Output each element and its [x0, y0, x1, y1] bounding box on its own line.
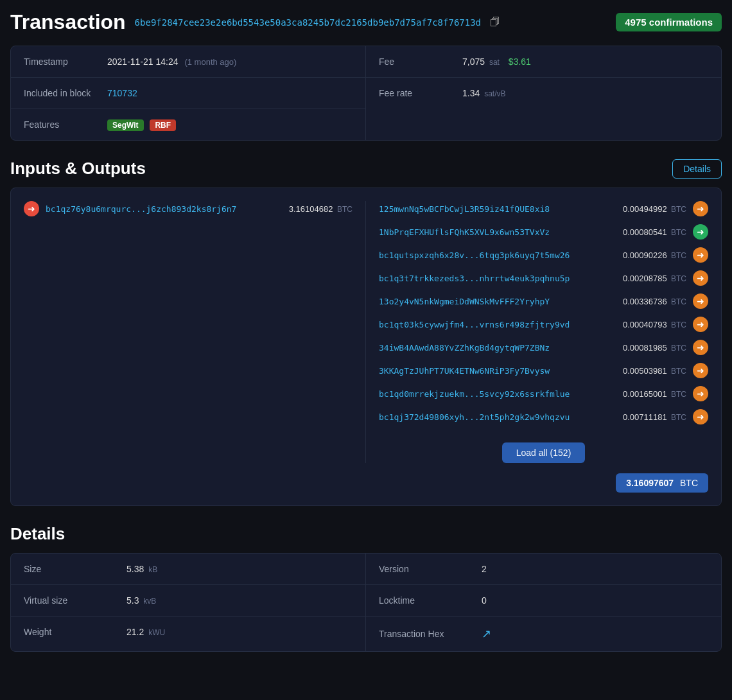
output-address-2[interactable]: bc1qutspxzqh6x28v...6tqg3pk6uyq7t5mw26: [379, 250, 616, 260]
timestamp-value: 2021-11-21 14:24 (1 month ago): [107, 57, 236, 67]
features-label: Features: [24, 119, 107, 130]
output-unit-5: BTC: [669, 320, 686, 329]
output-amount-7: 0.00503981 BTC: [623, 366, 686, 376]
tx-hex-label: Transaction Hex: [379, 629, 482, 639]
weight-value: 21.2 kWU: [126, 627, 165, 637]
load-all-button[interactable]: Load all (152): [502, 442, 586, 463]
fee-rate-label: Fee rate: [379, 88, 462, 98]
output-arrow-7: ➜: [693, 363, 708, 378]
output-unit-4: BTC: [669, 297, 686, 306]
output-row-7: 3KKAgTzJUhPT7UK4ETNw6NRiP3Fy7Bvysw0.0050…: [379, 363, 708, 378]
confirmations-badge: 4975 confirmations: [616, 13, 722, 31]
output-row-6: 34iwB4AAwdA88YvZZhKgBd4gytqWP7ZBNz0.0008…: [379, 340, 708, 355]
fee-label: Fee: [379, 57, 462, 67]
io-layout: ➜ bc1qz76y8u6mrqurc...j6zch893d2ks8rj6n7…: [24, 201, 708, 463]
block-value: 710732: [107, 88, 137, 98]
output-arrow-4: ➜: [693, 293, 708, 309]
io-section-title: Inputs & Outputs: [10, 159, 146, 179]
timestamp-ago: (1 month ago): [184, 57, 236, 67]
output-unit-2: BTC: [669, 251, 686, 260]
output-row-2: bc1qutspxzqh6x28v...6tqg3pk6uyq7t5mw260.…: [379, 247, 708, 263]
info-col-left: Timestamp 2021-11-21 14:24 (1 month ago)…: [11, 46, 366, 140]
block-link[interactable]: 710732: [107, 88, 137, 98]
vsize-row: Virtual size 5.3 kvB: [11, 585, 365, 617]
output-unit-0: BTC: [669, 205, 686, 214]
header-left: Transaction 6be9f2847cee23e2e6bd5543e50a…: [10, 10, 500, 34]
output-address-0[interactable]: 125mwnNq5wBCFbCwjL3R59iz41fQUE8xi8: [379, 204, 616, 214]
output-address-7[interactable]: 3KKAgTzJUhPT7UK4ETNw6NRiP3Fy7Bvysw: [379, 366, 616, 376]
input-amount-0: 3.16104682 BTC: [289, 204, 353, 214]
output-address-1[interactable]: 1NbPrqEFXHUflsFQhK5XVL9x6wn53TVxVz: [379, 227, 616, 237]
fee-sat: 7,075: [462, 57, 485, 67]
output-arrow-8: ➜: [693, 386, 708, 401]
output-unit-8: BTC: [669, 390, 686, 399]
output-row-9: bc1qj372d49806xyh...2nt5ph2gk2w9vhqzvu0.…: [379, 409, 708, 424]
vsize-value: 5.3 kvB: [126, 595, 156, 606]
details-col-left: Size 5.38 kB Virtual size 5.3 kvB Weight…: [11, 554, 366, 651]
page-title: Transaction: [10, 10, 126, 34]
total-amount: 3.16097607: [626, 478, 674, 488]
details-grid: Size 5.38 kB Virtual size 5.3 kvB Weight…: [11, 554, 721, 651]
tx-hex-row: Transaction Hex ↗: [366, 617, 721, 651]
info-col-right: Fee 7,075 sat $3.61 Fee rate 1.34 sat/vB: [366, 46, 721, 140]
output-unit-6: BTC: [669, 344, 686, 353]
size-label: Size: [24, 564, 126, 574]
size-row: Size 5.38 kB: [11, 554, 365, 585]
output-amount-4: 0.00336736 BTC: [623, 297, 686, 306]
output-arrow-2: ➜: [693, 247, 708, 263]
output-arrow-9: ➜: [693, 409, 708, 424]
timestamp-main: 2021-11-21 14:24: [107, 57, 179, 67]
output-address-6[interactable]: 34iwB4AAwdA88YvZZhKgBd4gytqWP7ZBNz: [379, 343, 616, 353]
output-amount-9: 0.00711181 BTC: [623, 412, 686, 422]
input-row-0: ➜ bc1qz76y8u6mrqurc...j6zch893d2ks8rj6n7…: [24, 201, 353, 216]
copy-icon[interactable]: 🗍: [490, 17, 500, 28]
output-unit-7: BTC: [669, 367, 686, 376]
output-address-4[interactable]: 13o2y4vN5nkWgmeiDdWNSkMvFFF2YryhpY: [379, 297, 616, 306]
block-label: Included in block: [24, 88, 107, 98]
vsize-label: Virtual size: [24, 595, 126, 606]
fee-rate-unit: sat/vB: [484, 89, 505, 98]
features-value: SegWit RBF: [107, 119, 176, 130]
details-button[interactable]: Details: [672, 159, 722, 179]
version-row: Version 2: [366, 554, 721, 585]
input-arrow-red: ➜: [24, 201, 39, 216]
output-row-4: 13o2y4vN5nkWgmeiDdWNSkMvFFF2YryhpY0.0033…: [379, 293, 708, 309]
size-value: 5.38 kB: [126, 564, 157, 574]
outputs-container: 125mwnNq5wBCFbCwjL3R59iz41fQUE8xi80.0049…: [379, 201, 708, 424]
output-address-9[interactable]: bc1qj372d49806xyh...2nt5ph2gk2w9vhqzvu: [379, 412, 616, 422]
timestamp-label: Timestamp: [24, 57, 107, 67]
output-arrow-5: ➜: [693, 317, 708, 332]
info-grid: Timestamp 2021-11-21 14:24 (1 month ago)…: [11, 46, 721, 140]
fee-row: Fee 7,075 sat $3.61: [366, 46, 721, 78]
output-address-3[interactable]: bc1q3t7trkkezeds3...nhrrtw4euk3pqhnu5p: [379, 274, 616, 283]
input-address-0[interactable]: bc1qz76y8u6mrqurc...j6zch893d2ks8rj6n7: [46, 204, 283, 214]
tx-hash: 6be9f2847cee23e2e6bd5543e50a3ca8245b7dc2…: [135, 17, 481, 28]
output-arrow-6: ➜: [693, 340, 708, 355]
fee-value: 7,075 sat $3.61: [462, 57, 531, 67]
output-arrow-3: ➜: [693, 270, 708, 286]
output-row-3: bc1q3t7trkkezeds3...nhrrtw4euk3pqhnu5p0.…: [379, 270, 708, 286]
output-row-1: 1NbPrqEFXHUflsFQhK5XVL9x6wn53TVxVz0.0008…: [379, 224, 708, 240]
output-amount-1: 0.00080541 BTC: [623, 227, 686, 237]
output-unit-3: BTC: [669, 274, 686, 283]
output-row-5: bc1qt03k5cywwjfm4...vrns6r498zfjtry9vd0.…: [379, 317, 708, 332]
features-row: Features SegWit RBF: [11, 109, 365, 140]
output-amount-3: 0.00208785 BTC: [623, 274, 686, 283]
total-badge: 3.16097607 BTC: [616, 473, 708, 493]
fee-usd: $3.61: [509, 57, 531, 67]
details-card: Size 5.38 kB Virtual size 5.3 kvB Weight…: [10, 553, 722, 652]
locktime-row: Locktime 0: [366, 585, 721, 617]
output-address-8[interactable]: bc1qd0mrrekjzuekm...5svcy92x6ssrkfmlue: [379, 389, 616, 399]
io-section-header: Inputs & Outputs Details: [10, 159, 722, 179]
output-address-5[interactable]: bc1qt03k5cywwjfm4...vrns6r498zfjtry9vd: [379, 320, 616, 329]
total-row: 3.16097607 BTC: [24, 473, 708, 493]
tx-hex-link[interactable]: ↗: [482, 627, 491, 641]
weight-label: Weight: [24, 627, 126, 637]
details-section-title: Details: [10, 524, 722, 544]
output-amount-0: 0.00494992 BTC: [623, 204, 686, 214]
timestamp-row: Timestamp 2021-11-21 14:24 (1 month ago): [11, 46, 365, 78]
output-amount-5: 0.00040793 BTC: [623, 320, 686, 329]
output-arrow-1: ➜: [693, 224, 708, 240]
fee-unit: sat: [489, 58, 500, 67]
output-unit-1: BTC: [669, 228, 686, 237]
